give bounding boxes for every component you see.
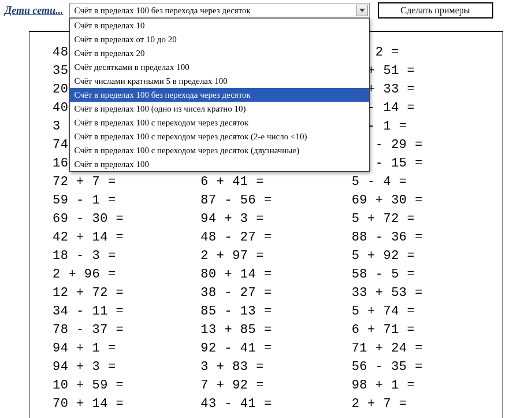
mode-select[interactable]: Счёт в пределах 100 без перехода через д… <box>69 3 370 18</box>
problem: 87 - 56 = <box>200 191 328 210</box>
dropdown-option[interactable]: Счёт в пределах 20 <box>70 46 369 60</box>
dropdown-option[interactable]: Счёт в пределах 100 без перехода через д… <box>70 88 369 102</box>
problem: 38 - 27 = <box>200 284 328 302</box>
problem: 69 - 30 = <box>53 210 180 228</box>
problem: 43 - 41 = <box>200 395 328 413</box>
problem: 6 + 71 = <box>352 321 479 339</box>
chevron-down-icon[interactable] <box>356 5 368 16</box>
dropdown-option[interactable]: Счёт числами кратными 5 в пределах 100 <box>70 74 369 88</box>
generate-button-label: Сделать примеры <box>401 5 470 16</box>
select-value: Счёт в пределах 100 без перехода через д… <box>75 6 251 16</box>
dropdown-option[interactable]: Счёт в пределах 10 <box>70 19 369 32</box>
problem: 76 - 15 = <box>352 154 479 173</box>
problem: 3 + 51 = <box>352 62 479 80</box>
dropdown-option[interactable]: Счёт десятками в пределах 100 <box>70 60 369 74</box>
site-link[interactable]: Дети сети... <box>5 5 64 17</box>
problem: 69 + 30 = <box>352 191 479 210</box>
problem: 78 - 37 = <box>53 321 180 339</box>
problem: 9 - 14 = <box>352 99 479 117</box>
problem: 5 + 92 = <box>352 247 479 265</box>
problem: 3 + 83 = <box>200 358 328 376</box>
problem: 42 + 14 = <box>53 228 180 247</box>
problem: 85 - 13 = <box>200 302 328 321</box>
dropdown-option[interactable]: Счёт в пределах 100 с переходом через де… <box>70 116 369 130</box>
select-wrap: Счёт в пределах 100 без перехода через д… <box>69 3 370 18</box>
problem: 70 + 14 = <box>53 395 180 413</box>
dropdown-option[interactable]: Счёт в пределах 100 (одно из чисел кратн… <box>70 102 369 116</box>
problem: 94 + 3 = <box>200 210 328 228</box>
problem: 7 + 92 = <box>200 376 328 395</box>
problem: 59 - 29 = <box>352 136 479 154</box>
problem: 80 + 14 = <box>200 265 328 284</box>
problem: 98 + 1 = <box>352 376 479 395</box>
problem: 59 - 1 = <box>53 191 180 210</box>
problem: - 2 = <box>352 43 479 62</box>
problem: 5 + 33 = <box>352 80 479 99</box>
dropdown-option[interactable]: Счёт в пределах 100 с переходом через де… <box>70 143 369 157</box>
mode-dropdown: Счёт в пределах 10Счёт в пределах от 10 … <box>69 18 370 172</box>
problem: 33 + 53 = <box>352 284 479 302</box>
problem: 56 - 35 = <box>352 358 479 376</box>
problem: 88 - 36 = <box>352 228 479 247</box>
dropdown-option[interactable]: Счёт в пределах 100 <box>70 157 369 171</box>
problem: 6 + 41 = <box>200 173 328 191</box>
problem: 48 - 27 = <box>200 228 328 247</box>
problem: 71 + 24 = <box>352 339 479 358</box>
problem: 12 + 72 = <box>53 284 180 302</box>
problem: 13 + 85 = <box>200 321 328 339</box>
top-toolbar: Дети сети... Счёт в пределах 100 без пер… <box>0 0 532 21</box>
dropdown-option[interactable]: Счёт в пределах 100 с переходом через де… <box>70 130 369 143</box>
problem: - 1 = <box>352 117 479 136</box>
problem: 2 + 7 = <box>352 395 479 413</box>
problem: 10 + 59 = <box>53 376 180 395</box>
problem: 2 + 97 = <box>200 247 328 265</box>
dropdown-option[interactable]: Счёт в пределах от 10 до 20 <box>70 32 369 46</box>
problem: 94 + 3 = <box>53 358 180 376</box>
problem: 5 - 4 = <box>352 173 479 191</box>
problem: 34 - 11 = <box>53 302 180 321</box>
generate-button[interactable]: Сделать примеры <box>378 2 493 19</box>
problem: 2 + 96 = <box>53 265 180 284</box>
problem: 18 - 3 = <box>53 247 180 265</box>
problem: 94 + 1 = <box>53 339 180 358</box>
problem: 5 + 74 = <box>352 302 479 321</box>
problem: 58 - 5 = <box>352 265 479 284</box>
problem: 5 + 72 = <box>352 210 479 228</box>
problem: 72 + 7 = <box>53 173 180 191</box>
problem: 92 - 41 = <box>200 339 328 358</box>
